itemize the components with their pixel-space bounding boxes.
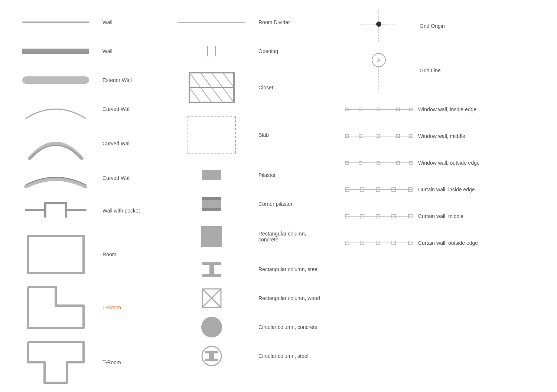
grid-line-label: Grid Line bbox=[420, 67, 550, 73]
l-room-label: L-Room bbox=[102, 304, 171, 310]
rect-col-concrete-shape bbox=[201, 226, 222, 247]
closet-svg bbox=[188, 71, 236, 104]
window-middle-label: Window wall, middle bbox=[418, 133, 550, 139]
circ-col-concrete-shape bbox=[201, 317, 222, 337]
room-symbol bbox=[15, 232, 97, 277]
rect-col-wood-symbol bbox=[171, 287, 253, 309]
window-inside-symbol bbox=[342, 105, 416, 114]
wall-pocket-symbol bbox=[15, 196, 97, 225]
room-svg bbox=[22, 232, 89, 277]
wall-thin-line bbox=[22, 22, 89, 23]
rect-col-wood-row: Rectangular column, wood bbox=[171, 287, 327, 309]
circ-col-steel-symbol bbox=[171, 345, 253, 367]
curtain-inside-symbol bbox=[342, 185, 416, 194]
curved-wall-2-symbol bbox=[15, 127, 97, 160]
curved-wall-1-svg bbox=[22, 98, 89, 120]
pilaster-row: Pilaster bbox=[171, 164, 327, 186]
l-room-symbol bbox=[15, 283, 97, 332]
svg-line-11 bbox=[189, 88, 201, 102]
room-divider-line bbox=[178, 22, 245, 23]
curtain-outside-label: Curtain wall, outside edge bbox=[418, 240, 550, 246]
curved-wall-3-row: Curved Wall bbox=[15, 167, 171, 189]
rect-col-steel-label: Rectangular column, steel bbox=[258, 266, 327, 272]
wall-thick-row: Wall bbox=[15, 40, 171, 62]
window-inside-svg bbox=[343, 105, 414, 114]
curtain-inside-svg bbox=[343, 185, 414, 194]
opening-label: Opening bbox=[258, 48, 327, 54]
svg-line-9 bbox=[212, 73, 223, 88]
exterior-wall-row: Exterior Wall bbox=[15, 69, 171, 91]
grid-origin-label: Grid Origin bbox=[420, 23, 550, 29]
window-outside-row: Window wall, outside edge bbox=[342, 154, 550, 172]
curved-wall-2-label: Curved Wall bbox=[102, 141, 171, 146]
curtain-middle-label: Curtain wall, middle bbox=[418, 213, 550, 219]
wall-pocket-row: Wall with pocket bbox=[15, 196, 171, 225]
curtain-inside-label: Curtain wall, inside edge bbox=[418, 187, 550, 192]
svg-rect-20 bbox=[209, 265, 214, 274]
curved-wall-1-row: Curved Wall bbox=[15, 98, 171, 120]
svg-rect-19 bbox=[202, 262, 221, 265]
rect-col-concrete-row: Rectangular column, concrete bbox=[171, 222, 327, 251]
svg-rect-18 bbox=[202, 208, 221, 211]
curtain-outside-svg bbox=[343, 238, 414, 247]
room-label: Room bbox=[102, 251, 171, 257]
svg-rect-28 bbox=[205, 359, 218, 361]
wall-thick-label: Wall bbox=[102, 48, 171, 54]
opening-bar-left bbox=[207, 46, 208, 56]
window-inside-row: Window wall, inside edge bbox=[342, 100, 550, 119]
curtain-middle-row: Curtain wall, middle bbox=[342, 207, 550, 225]
circ-col-concrete-label: Circular column, concrete bbox=[258, 324, 327, 330]
curtain-middle-svg bbox=[343, 212, 414, 221]
curved-wall-2-row: Curved Wall bbox=[15, 127, 171, 160]
corner-pilaster-row: Corner pilaster bbox=[171, 193, 327, 215]
slab-shape bbox=[188, 116, 236, 154]
room-divider-label: Room Divider bbox=[258, 19, 327, 25]
svg-rect-5 bbox=[28, 236, 84, 273]
svg-rect-21 bbox=[202, 274, 221, 277]
window-outside-svg bbox=[343, 158, 414, 167]
svg-line-13 bbox=[212, 88, 223, 102]
t-room-label: T-Room bbox=[102, 359, 171, 365]
pilaster-shape bbox=[202, 170, 221, 180]
grid-origin-symbol bbox=[342, 11, 416, 41]
closet-row: Closet bbox=[171, 69, 327, 106]
rect-col-concrete-label: Rectangular column, concrete bbox=[258, 231, 327, 243]
opening-bars bbox=[207, 46, 216, 56]
t-room-symbol bbox=[15, 338, 97, 386]
svg-line-12 bbox=[201, 88, 212, 102]
rect-col-steel-row: Rectangular column, steel bbox=[171, 258, 327, 280]
grid-origin-svg bbox=[360, 11, 397, 41]
svg-line-7 bbox=[189, 73, 201, 88]
window-middle-svg bbox=[343, 132, 414, 141]
exterior-wall-label: Exterior Wall bbox=[102, 77, 171, 83]
wall-thin-row: Wall bbox=[15, 11, 171, 33]
closet-symbol bbox=[171, 71, 253, 104]
svg-rect-16 bbox=[202, 199, 221, 209]
wall-thick-symbol bbox=[15, 49, 97, 54]
curved-wall-2-svg bbox=[22, 127, 89, 160]
rect-col-wood-label: Rectangular column, wood bbox=[258, 295, 327, 301]
circ-col-concrete-row: Circular column, concrete bbox=[171, 316, 327, 338]
grid-line-symbol: A bbox=[342, 52, 416, 89]
wall-thin-symbol bbox=[15, 22, 97, 23]
l-room-svg bbox=[22, 283, 89, 332]
svg-line-14 bbox=[223, 88, 234, 102]
slab-label: Slab bbox=[258, 132, 327, 138]
curved-wall-3-svg bbox=[22, 168, 89, 188]
room-divider-symbol bbox=[171, 22, 253, 23]
rect-col-steel-symbol bbox=[171, 260, 253, 279]
room-row: Room bbox=[15, 232, 171, 277]
opening-row: Opening bbox=[171, 40, 327, 62]
circ-col-steel-svg bbox=[201, 345, 223, 367]
i-beam-svg bbox=[201, 260, 223, 279]
corner-pilaster-svg bbox=[201, 196, 223, 212]
window-outside-label: Window wall, outside edge bbox=[418, 160, 550, 166]
curtain-outside-symbol bbox=[342, 238, 416, 247]
opening-bar-right bbox=[215, 46, 216, 56]
window-outside-symbol bbox=[342, 158, 416, 167]
t-room-svg bbox=[22, 338, 89, 386]
pilaster-label: Pilaster bbox=[258, 172, 327, 178]
circ-col-concrete-symbol bbox=[171, 317, 253, 337]
curved-wall-3-symbol bbox=[15, 168, 97, 188]
wall-pocket-svg bbox=[22, 196, 89, 225]
